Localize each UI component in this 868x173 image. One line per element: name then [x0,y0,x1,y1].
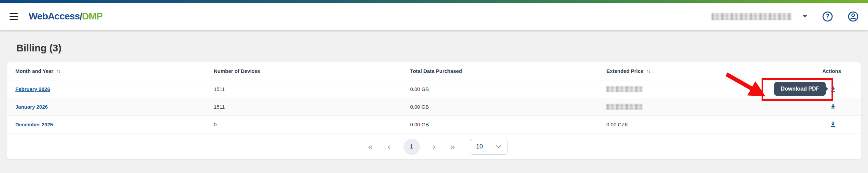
pagination-current-page[interactable]: 1 [403,139,420,155]
pagination-next-button[interactable]: › [431,143,438,151]
column-header-label: Actions [822,68,841,74]
menu-icon-bar [10,13,18,14]
column-header-price[interactable]: Extended Price↑↓ [606,62,769,80]
column-header-label: Extended Price [606,68,643,74]
table-row: February 2026 1511 0.00 GB Download PDF [7,80,861,98]
user-menu[interactable] [711,13,807,20]
month-link[interactable]: December 2025 [15,122,53,127]
download-pdf-tooltip: Download PDF [774,82,826,96]
chevron-down-icon [496,145,501,148]
user-name-redacted [711,13,792,20]
header-right: ? [711,11,858,22]
page-size-select[interactable]: 10 [470,139,507,155]
column-header-actions: Actions [769,62,861,80]
billing-table-card: Month and Year↑↓ Number of Devices Total… [7,62,861,160]
data-purchased-cell: 0.00 GB [410,80,606,98]
column-header-label: Number of Devices [214,68,260,74]
pagination: « ‹ 1 › » 10 [7,133,861,160]
column-header-label: Total Data Purchased [410,68,462,74]
month-link[interactable]: January 2026 [15,104,48,110]
help-icon[interactable]: ? [822,11,833,22]
data-purchased-cell: 0.00 GB [410,98,606,115]
sort-down-arrow: ↓ [58,68,60,74]
month-link[interactable]: February 2026 [15,86,50,92]
column-header-month[interactable]: Month and Year↑↓ [7,62,214,80]
price-cell: 0.00 CZK [606,115,769,133]
sort-icon[interactable]: ↑↓ [56,68,60,74]
table-row: December 2025 0 0.00 GB 0.00 CZK [7,115,861,133]
brand-gradient-bar [0,0,868,3]
billing-table: Month and Year↑↓ Number of Devices Total… [7,62,861,133]
table-row: January 2026 1511 0.00 GB [7,98,861,115]
price-cell [606,80,769,98]
account-icon[interactable] [848,11,858,22]
devices-cell: 0 [214,115,410,133]
pagination-last-button[interactable]: » [448,143,457,151]
page-title: Billing (3) [16,43,852,54]
sort-icon[interactable]: ↑↓ [646,68,650,74]
price-redacted [606,86,643,92]
download-icon [830,103,836,110]
download-icon [830,85,836,92]
app-header: WebAccess/DMP ? [0,3,868,30]
menu-icon[interactable] [10,13,18,20]
menu-icon-bar [10,19,18,20]
price-cell [606,98,769,115]
app-logo: WebAccess/DMP [29,11,102,22]
devices-cell: 1511 [214,80,410,98]
devices-cell: 1511 [214,98,410,115]
price-redacted [606,104,643,110]
pagination-first-button[interactable]: « [366,143,374,151]
sort-down-arrow: ↓ [648,68,650,74]
caret-down-icon [803,15,807,18]
download-pdf-button[interactable] [829,103,837,111]
actions-cell [769,115,861,133]
pagination-prev-button[interactable]: ‹ [386,143,393,151]
menu-icon-bar [10,16,18,17]
actions-cell: Download PDF [769,80,861,98]
download-pdf-button[interactable] [829,120,837,128]
table-header-row: Month and Year↑↓ Number of Devices Total… [7,62,861,80]
page-size-value: 10 [476,143,483,150]
logo-text-primary: WebAccess/ [29,11,82,21]
column-header-data: Total Data Purchased [410,62,606,80]
data-purchased-cell: 0.00 GB [410,115,606,133]
logo-text-secondary: DMP [82,11,102,21]
actions-cell [769,98,861,115]
svg-text:?: ? [826,13,829,20]
column-header-label: Month and Year [15,68,53,74]
column-header-devices: Number of Devices [214,62,410,80]
download-icon [830,121,836,128]
main-content: Billing (3) Month and Year↑↓ Number of D… [0,43,868,160]
